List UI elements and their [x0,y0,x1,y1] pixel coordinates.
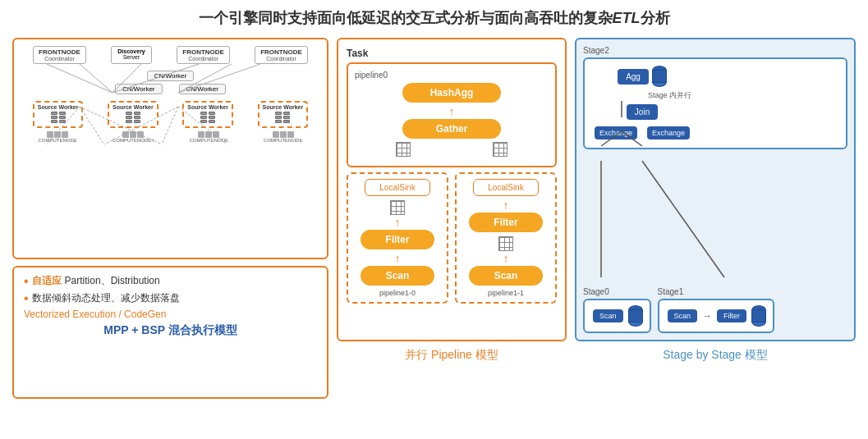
content-area: FRONTNODE Coordinator Discovery Server F… [12,38,856,399]
exchange-node-1: Exchange [595,126,637,139]
cn-worker-row: CN/Worker [21,71,320,81]
frontnode-2: FRONTNODE Coordinator [177,46,230,64]
title-text: 一个引擎同时支持面向低延迟的交互式分析与面向高吞吐的复杂 [199,10,613,26]
discovery-server: Discovery Server [111,46,152,64]
grid-icon-3 [390,200,405,215]
compute-node-row: COMPUTENODE COMPUTENODE I [21,131,320,143]
stage2-area: Stage2 Agg [583,46,847,149]
frontnode-3: FRONTNODE Coordinator [255,46,308,64]
grid-icon-4 [498,236,513,251]
stage-inner-label: Stage 内并行 [593,90,691,101]
agg-node: Agg [618,69,649,85]
cn-worker-3: CN/Worker [179,84,226,94]
scan-2: Scan [469,266,543,286]
pipeline10-label: pipeline1-0 [351,289,443,297]
localsink-2: LocalSink [473,179,539,196]
filter-node: Filter [717,309,746,322]
pipeline-columns: LocalSink ↑ Filter ↑ Scan pipeline1-0 [347,172,557,304]
pipeline-bottom-label: 并行 Pipeline 模型 [337,348,567,363]
title-etl: ETL [613,10,641,26]
stage1-label: Stage1 [658,287,775,296]
filter-2: Filter [469,213,543,232]
grid-icon-row [355,142,549,157]
storage-icons-4 [263,112,304,123]
source-worker-2: Source Worker [108,101,158,128]
hashagg-node: HashAgg [402,83,501,103]
grid-icon-2 [493,142,507,157]
middle-panel: Task pipeline0 HashAgg ↑ Gather [337,38,567,399]
cn-worker-1: CN/Worker [147,71,194,81]
pipeline11-label: pipeline1-1 [460,289,552,297]
storage-icons-1 [38,112,79,123]
right-panel: Stage2 Agg [575,38,856,399]
architecture-diagram: FRONTNODE Coordinator Discovery Server F… [12,38,328,259]
pipeline-diagram: Task pipeline0 HashAgg ↑ Gather [337,38,567,341]
left-panel: FRONTNODE Coordinator Discovery Server F… [12,38,328,399]
stage0-box: Scan [583,299,651,333]
arrow-up-1: ↑ [355,106,549,117]
source-worker-row: Source Worker [21,101,320,128]
pipeline0-box: pipeline0 HashAgg ↑ Gather [347,62,557,167]
scan-1: Scan [361,266,434,286]
vectorized-text: Vectorized Execution / CodeGen [24,309,317,320]
filter-1: Filter [361,230,434,249]
task-label: Task [347,48,368,59]
scan-node-4: Scan [668,309,698,322]
stage0-label: Stage0 [583,287,651,296]
stage2-box: Agg Stage 内并行 Join [583,57,847,149]
bullet-2: • 数据倾斜动态处理、减少数据落盘 [24,291,317,305]
arrow-up-4: ↑ [460,199,552,211]
arrow-up-5: ↑ [460,253,552,264]
stage-bottom-label: Stage by Stage 模型 [575,348,856,363]
arch-top-row: FRONTNODE Coordinator Discovery Server F… [21,46,320,64]
db-icon-2 [628,305,643,327]
source-worker-4: Source Worker [258,101,309,128]
pipeline1-1-col: LocalSink ↑ Filter ↑ Scan pipeline1-1 [455,172,557,304]
title-suffix: 分析 [641,10,670,26]
arrow-up-3: ↑ [351,253,443,264]
storage-icons-2 [113,112,154,123]
stage-diagram: Stage2 Agg [575,38,856,341]
info-box: • 自适应 Partition、Distribution • 数据倾斜动态处理、… [12,266,328,399]
scan-node-3: Scan [593,309,623,322]
pipeline1-0-col: LocalSink ↑ Filter ↑ Scan pipeline1-0 [347,172,448,304]
bottom-stages: Stage0 Scan [583,287,847,333]
svg-line-16 [642,161,724,277]
db-icon-3 [751,305,766,327]
cn-worker-row-2: CN/Worker CN/Worker [21,84,320,94]
stage1-area: Stage1 Scan → Filter [658,287,775,333]
arrow-right: → [702,310,712,322]
frontnode-1: FRONTNODE Coordinator [33,46,86,64]
source-worker-1: Source Worker [33,101,84,128]
main-title: 一个引擎同时支持面向低延迟的交互式分析与面向高吞吐的复杂ETL分析 [12,8,856,28]
exchange-node-2: Exchange [647,126,690,139]
grid-icon-1 [396,142,411,157]
pipeline0-label: pipeline0 [355,71,549,80]
mpp-bsp-text: MPP + BSP 混合执行模型 [24,323,317,338]
bullet-1: • 自适应 Partition、Distribution [24,274,317,288]
stage1-box: Scan → Filter [658,299,775,333]
db-icon-1 [652,66,667,87]
main-container: 一个引擎同时支持面向低延迟的交互式分析与面向高吞吐的复杂ETL分析 FRONTN… [0,0,868,439]
source-worker-3: Source Worker [182,101,233,128]
join-node: Join [627,104,658,120]
stage2-label: Stage2 [583,46,847,55]
arrow-up-2: ↑ [351,217,443,228]
localsink-1: LocalSink [365,179,430,196]
stage0-area: Stage0 Scan [583,287,651,333]
cn-worker-2: CN/Worker [115,84,162,94]
storage-icons-3 [187,112,228,123]
gather-node: Gather [402,119,501,139]
